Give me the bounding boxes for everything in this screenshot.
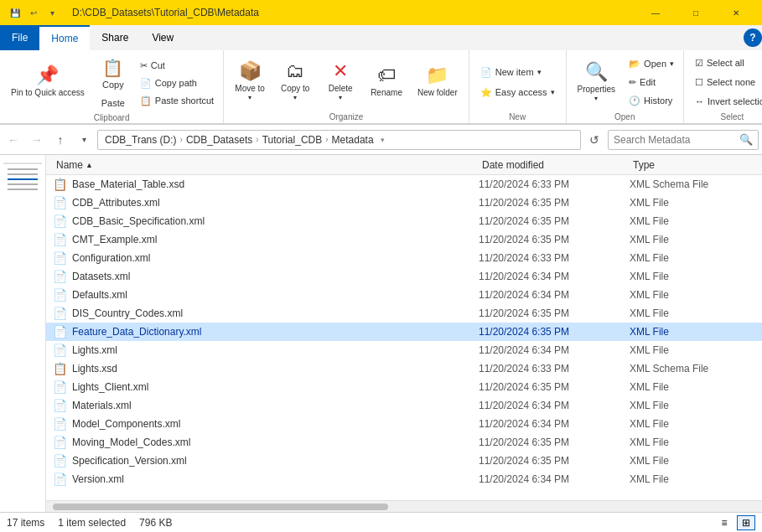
file-type: XML File [630, 455, 755, 467]
maximize-button[interactable]: □ [676, 0, 715, 25]
tab-view[interactable]: View [140, 25, 185, 50]
edit-button[interactable]: ✏ Edit [625, 74, 678, 90]
select-none-icon: ☐ [695, 77, 703, 88]
up-button[interactable]: ↑ [50, 130, 70, 150]
history-icon: 🕐 [629, 96, 640, 106]
ribbon-content: 📌 Pin to Quick access 📋 Copy Paste ✂ [0, 50, 762, 124]
table-row[interactable]: 📄 DIS_Country_Codes.xml 11/20/2024 6:35 … [46, 304, 762, 323]
path-segment-datasets[interactable]: CDB_Datasets [184, 134, 254, 146]
copy-button[interactable]: 📋 Copy [92, 54, 134, 95]
table-row[interactable]: 📄 Feature_Data_Dictionary.xml 11/20/2024… [46, 323, 762, 341]
file-date: 11/20/2024 6:35 PM [479, 381, 630, 393]
table-row[interactable]: 📄 CDB_Basic_Specification.xml 11/20/2024… [46, 212, 762, 230]
open-icon: 📂 [629, 59, 640, 70]
file-date: 11/20/2024 6:33 PM [479, 252, 630, 264]
tab-home[interactable]: Home [39, 25, 90, 50]
file-icon: 📄 [53, 454, 67, 467]
invert-selection-button[interactable]: ↔ Invert selection [689, 93, 762, 110]
title-bar-controls: — □ ✕ [636, 0, 755, 25]
file-name: CDB_Basic_Specification.xml [72, 215, 479, 227]
tab-file[interactable]: File [0, 25, 39, 50]
recent-locations-button[interactable]: ▾ [74, 130, 94, 150]
file-type: XML File [630, 381, 755, 393]
minimize-button[interactable]: — [636, 0, 675, 25]
status-right: ≡ ⊞ [715, 515, 755, 530]
refresh-button[interactable]: ↺ [584, 130, 604, 150]
path-segment-drive[interactable]: CDB_Trans (D:) [103, 134, 179, 146]
main-area: Name ▲ Date modified Type 📋 Base_Materia… [0, 155, 762, 512]
table-row[interactable]: 📄 CDB_Attributes.xml 11/20/2024 6:35 PM … [46, 194, 762, 212]
nav-panel-items [0, 158, 45, 194]
file-type: XML File [630, 215, 755, 227]
easy-access-icon: ⭐ [480, 87, 492, 98]
select-all-button[interactable]: ☑ Select all [689, 54, 750, 71]
move-to-button[interactable]: 📦 Move to ▾ [229, 54, 271, 109]
table-row[interactable]: 📄 Version.xml 11/20/2024 6:34 PM XML Fil… [46, 470, 762, 488]
paste-shortcut-button[interactable]: 📋 Paste shortcut [136, 92, 218, 109]
history-button[interactable]: 🕐 History [625, 92, 678, 109]
ribbon-group-select-content: ☑ Select all ☐ Select none ↔ Invert sele… [689, 54, 762, 111]
quick-dropdown-btn[interactable]: ▾ [44, 4, 60, 21]
tab-share[interactable]: Share [90, 25, 140, 50]
col-header-type[interactable]: Type [630, 159, 755, 171]
col-header-date[interactable]: Date modified [479, 159, 630, 171]
table-row[interactable]: 📄 Lights_Client.xml 11/20/2024 6:35 PM X… [46, 378, 762, 396]
file-name: Lights_Client.xml [72, 381, 479, 393]
cut-button[interactable]: ✂ Cut [136, 57, 218, 74]
file-name: Lights.xsd [72, 363, 479, 374]
pin-to-quick-access-button[interactable]: 📌 Pin to Quick access [5, 54, 91, 109]
copy-path-button[interactable]: 📄 Copy path [136, 75, 218, 91]
h-scroll-thumb[interactable] [53, 504, 388, 510]
table-row[interactable]: 📄 Model_Components.xml 11/20/2024 6:34 P… [46, 415, 762, 433]
copy-to-button[interactable]: 🗂 Copy to ▾ [274, 54, 316, 109]
table-row[interactable]: 📋 Lights.xsd 11/20/2024 6:33 PM XML Sche… [46, 359, 762, 378]
ribbon-group-clipboard-content: 📌 Pin to Quick access 📋 Copy Paste ✂ [5, 54, 218, 111]
table-row[interactable]: 📄 Defaults.xml 11/20/2024 6:34 PM XML Fi… [46, 286, 762, 304]
file-type: XML File [630, 326, 755, 338]
table-row[interactable]: 📄 Lights.xml 11/20/2024 6:34 PM XML File [46, 341, 762, 359]
help-button[interactable]: ? [744, 28, 762, 47]
address-path[interactable]: CDB_Trans (D:) › CDB_Datasets › Tutorial… [97, 130, 581, 150]
rename-button[interactable]: 🏷 Rename [365, 54, 408, 109]
col-header-name[interactable]: Name ▲ [53, 159, 479, 171]
close-button[interactable]: ✕ [717, 0, 755, 25]
move-icon: 📦 [239, 60, 262, 82]
file-name: CMT_Example.xml [72, 234, 479, 245]
table-row[interactable]: 📄 Moving_Model_Codes.xml 11/20/2024 6:35… [46, 433, 762, 452]
table-row[interactable]: 📄 Materials.xml 11/20/2024 6:34 PM XML F… [46, 396, 762, 415]
file-type: XML File [630, 436, 755, 448]
table-row[interactable]: 📄 Specification_Version.xml 11/20/2024 6… [46, 452, 762, 470]
new-folder-button[interactable]: 📁 New folder [412, 54, 464, 109]
new-item-button[interactable]: 📄 New item ▾ [474, 64, 547, 80]
table-row[interactable]: 📄 Configuration.xml 11/20/2024 6:33 PM X… [46, 249, 762, 267]
open-button[interactable]: 📂 Open ▾ [625, 55, 678, 72]
table-row[interactable]: 📄 Datasets.xml 11/20/2024 6:34 PM XML Fi… [46, 267, 762, 286]
path-segment-tutorial[interactable]: Tutorial_CDB [261, 134, 324, 146]
details-view-button[interactable]: ≡ [715, 515, 733, 530]
file-name: CDB_Attributes.xml [72, 197, 479, 209]
search-input[interactable] [614, 134, 739, 146]
ribbon-group-new: 📄 New item ▾ ⭐ Easy access ▾ New [469, 50, 567, 123]
quick-save-btn[interactable]: 💾 [7, 4, 23, 21]
path-segment-metadata[interactable]: Metadata [330, 134, 376, 146]
file-name: Model_Components.xml [72, 418, 479, 430]
properties-button[interactable]: 🔍 Properties ▾ [572, 54, 622, 110]
horizontal-scrollbar[interactable] [46, 500, 762, 512]
table-row[interactable]: 📄 CMT_Example.xml 11/20/2024 6:35 PM XML… [46, 230, 762, 249]
table-row[interactable]: 📋 Base_Material_Table.xsd 11/20/2024 6:3… [46, 175, 762, 194]
large-icons-view-button[interactable]: ⊞ [737, 515, 755, 530]
delete-button[interactable]: ✕ Delete ▾ [319, 54, 361, 109]
easy-access-button[interactable]: ⭐ Easy access ▾ [474, 84, 561, 101]
file-list[interactable]: 📋 Base_Material_Table.xsd 11/20/2024 6:3… [46, 175, 762, 500]
select-none-button[interactable]: ☐ Select none [689, 74, 761, 90]
back-button[interactable]: ← [3, 130, 23, 150]
file-type: XML File [630, 271, 755, 282]
forward-button[interactable]: → [27, 130, 47, 150]
file-date: 11/20/2024 6:33 PM [479, 363, 630, 374]
clipboard-label: Clipboard [94, 111, 130, 122]
paste-button[interactable]: Paste [92, 96, 134, 111]
file-header: Name ▲ Date modified Type [46, 155, 762, 175]
nav-item-4 [8, 183, 38, 185]
file-name: Specification_Version.xml [72, 455, 479, 467]
quick-undo-btn[interactable]: ↩ [25, 4, 42, 21]
